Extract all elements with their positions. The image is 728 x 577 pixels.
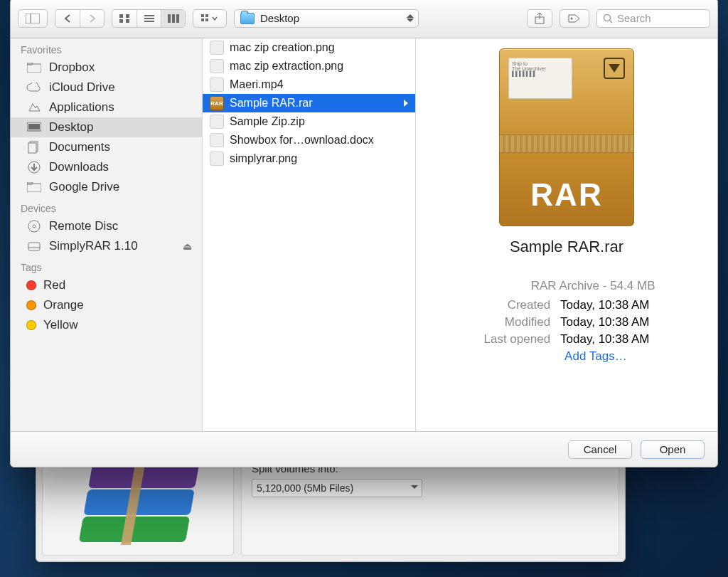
- sidebar-item-label: SimplyRAR 1.10: [49, 239, 138, 253]
- desktop-icon: [26, 121, 42, 134]
- rar-file-icon: RAR: [210, 96, 224, 110]
- preview-metadata: RAR Archive - 54.4 MB CreatedToday, 10:3…: [478, 279, 655, 366]
- svg-rect-9: [126, 19, 129, 23]
- arrange-button[interactable]: [193, 9, 227, 28]
- file-name: mac zip extraction.png: [230, 60, 343, 73]
- sidebar-toggle-button[interactable]: [18, 9, 48, 28]
- image-file-icon: [210, 152, 224, 166]
- svg-rect-19: [205, 18, 208, 21]
- view-list-button[interactable]: [136, 10, 161, 27]
- open-dialog-toolbar: Desktop Search: [11, 0, 717, 38]
- meta-opened-value: Today, 10:38 AM: [556, 332, 653, 347]
- tags-button[interactable]: [560, 9, 589, 28]
- file-row[interactable]: Maeri.mp4: [203, 75, 415, 94]
- sidebar-item-dropbox[interactable]: Dropbox: [11, 58, 202, 78]
- search-placeholder: Search: [617, 12, 651, 24]
- rar-icon-text: RAR: [530, 177, 602, 213]
- add-tags-link[interactable]: Add Tags…: [560, 349, 627, 363]
- folder-icon: [26, 181, 42, 194]
- sidebar-tag-yellow[interactable]: Yellow: [11, 315, 202, 335]
- file-row[interactable]: Sample Zip.zip: [203, 112, 415, 131]
- svg-rect-30: [28, 143, 36, 153]
- svg-point-22: [571, 17, 573, 19]
- split-volumes-select[interactable]: 5,120,000 (5Mb Files): [252, 479, 422, 497]
- package-band-icon: [500, 134, 633, 153]
- sidebar-item-documents[interactable]: Documents: [11, 137, 202, 157]
- tag-dot-icon: [26, 280, 36, 290]
- image-file-icon: [210, 41, 224, 55]
- sidebar-item-label: Downloads: [49, 160, 109, 174]
- sidebar-item-label: Desktop: [49, 120, 93, 134]
- eject-icon[interactable]: ⏏: [183, 240, 192, 252]
- svg-rect-16: [201, 14, 204, 17]
- drive-icon: [26, 240, 42, 253]
- archive-file-icon: [210, 115, 224, 129]
- file-row[interactable]: mac zip creation.png: [203, 38, 415, 57]
- open-dialog-body: Favorites Dropbox iCloud Drive Applicati…: [11, 38, 717, 431]
- view-columns-button[interactable]: [161, 10, 185, 27]
- svg-line-24: [610, 21, 612, 23]
- sidebar-section-devices: Devices: [11, 197, 202, 216]
- stepper-icon: [407, 12, 414, 24]
- svg-point-36: [33, 225, 36, 228]
- sidebar-item-simplyrar-volume[interactable]: SimplyRAR 1.10 ⏏: [11, 236, 202, 256]
- sidebar-section-favorites: Favorites: [11, 38, 202, 58]
- cancel-button[interactable]: Cancel: [568, 440, 632, 459]
- sidebar-item-label: Google Drive: [49, 180, 119, 194]
- sidebar-item-applications[interactable]: Applications: [11, 97, 202, 117]
- docx-file-icon: [210, 133, 224, 147]
- sidebar-tag-orange[interactable]: Orange: [11, 295, 202, 315]
- file-name: Sample RAR.rar: [230, 97, 312, 110]
- svg-rect-14: [172, 14, 175, 23]
- folder-icon: [26, 61, 42, 74]
- sidebar-icon: [26, 14, 40, 23]
- file-row[interactable]: Showbox for…ownload.docx: [203, 131, 415, 149]
- svg-rect-13: [168, 14, 171, 23]
- tag-dot-icon: [26, 320, 36, 330]
- svg-rect-33: [27, 184, 41, 192]
- sidebar-item-downloads[interactable]: Downloads: [11, 157, 202, 177]
- list-icon: [144, 14, 155, 23]
- file-row[interactable]: mac zip extraction.png: [203, 57, 415, 75]
- meta-created-value: Today, 10:38 AM: [556, 297, 653, 313]
- meta-created-label: Created: [480, 297, 555, 313]
- sidebar-item-label: Red: [43, 278, 65, 292]
- tag-dot-icon: [26, 300, 36, 310]
- view-icons-button[interactable]: [112, 10, 136, 27]
- rar-file-icon: Ship toThe Unarchiver▌▌▌▌▌▌▌ RAR: [499, 48, 634, 226]
- sidebar-item-googledrive[interactable]: Google Drive: [11, 177, 202, 197]
- preview-kind-size: RAR Archive - 54.4 MB: [478, 279, 655, 293]
- sidebar-item-icloud[interactable]: iCloud Drive: [11, 78, 202, 97]
- search-field[interactable]: Search: [596, 9, 710, 28]
- view-mode-segmented: [112, 9, 186, 28]
- tag-icon: [567, 14, 582, 23]
- cloud-icon: [26, 81, 42, 94]
- sidebar-tag-red[interactable]: Red: [11, 275, 202, 295]
- disc-icon: [26, 220, 42, 233]
- location-popup[interactable]: Desktop: [234, 9, 419, 28]
- share-button[interactable]: [527, 9, 552, 28]
- svg-rect-18: [201, 18, 204, 21]
- svg-rect-4: [26, 14, 40, 23]
- applications-icon: [26, 101, 42, 114]
- sidebar-item-desktop[interactable]: Desktop: [11, 117, 202, 137]
- sidebar-item-remote-disc[interactable]: Remote Disc: [11, 216, 202, 236]
- open-dialog: Desktop Search Favorites Dropbox iCloud …: [10, 0, 718, 467]
- chevron-left-icon: [64, 14, 71, 23]
- nav-back-forward: [55, 9, 105, 28]
- sidebar-item-label: Yellow: [43, 318, 78, 332]
- sidebar-section-tags: Tags: [11, 256, 202, 275]
- forward-button[interactable]: [80, 10, 104, 27]
- svg-rect-6: [119, 14, 123, 18]
- file-name: Maeri.mp4: [230, 78, 284, 91]
- file-row[interactable]: RARSample RAR.rar: [203, 94, 415, 112]
- open-dialog-footer: Cancel Open: [11, 431, 717, 467]
- sidebar-item-label: Orange: [43, 298, 84, 312]
- svg-point-23: [604, 14, 611, 21]
- search-icon: [603, 14, 613, 23]
- grid-icon: [119, 14, 130, 23]
- back-button[interactable]: [55, 10, 80, 27]
- open-button[interactable]: Open: [641, 440, 705, 459]
- download-arrow-icon: [604, 58, 625, 79]
- file-row[interactable]: simplyrar.png: [203, 149, 415, 168]
